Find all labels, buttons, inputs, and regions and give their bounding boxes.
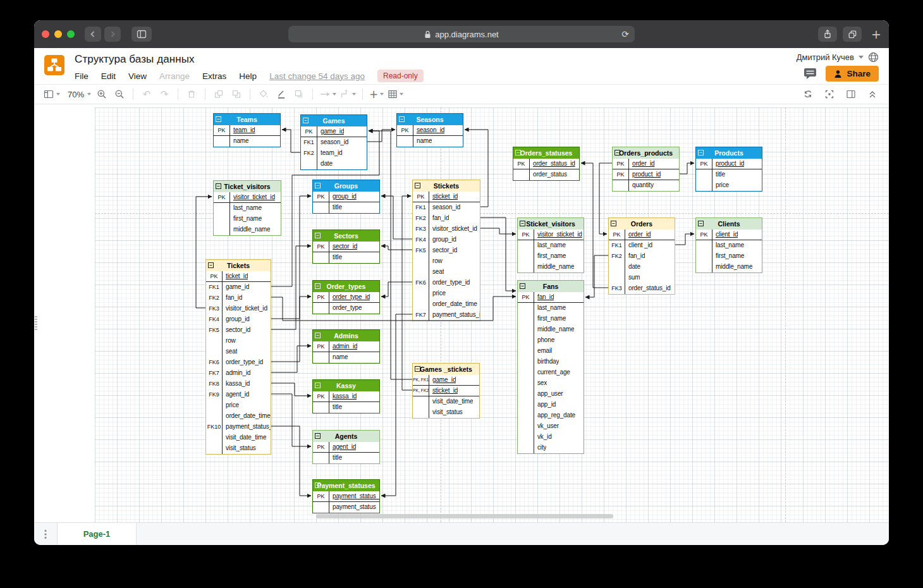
key-cell (214, 136, 230, 147)
share-sheet-button[interactable] (818, 27, 837, 42)
table-row: PKpayment_status_id (313, 491, 379, 502)
key-cell: FK1 (301, 137, 317, 148)
page-tab[interactable]: Page-1 (57, 523, 137, 545)
entity-table-title: Ticket_visitors (224, 183, 270, 190)
table-row: FK5sector_id (206, 325, 271, 336)
collapse-icon[interactable]: − (614, 150, 620, 156)
field-cell: payment_status (329, 502, 376, 513)
comment-icon[interactable] (804, 68, 817, 80)
table-row: title (313, 453, 379, 463)
connection-icon (319, 89, 331, 99)
share-button[interactable]: Share (826, 66, 879, 82)
entity-table-fans[interactable]: −FansPKfan_idlast_namefirst_namemiddle_n… (517, 280, 584, 454)
collapse-toolbar-button[interactable] (865, 87, 879, 102)
table-button[interactable] (388, 87, 403, 102)
entity-table-orders-products[interactable]: −Orders_productsPKorder_idPKproduct_idqu… (612, 147, 680, 192)
entity-table-orders-statuses[interactable]: −Orders_statusesPKorder_status_idorder_s… (513, 147, 580, 181)
menu-edit[interactable]: Edit (101, 71, 116, 81)
key-cell (413, 396, 429, 407)
tabs-overview-button[interactable] (843, 27, 862, 42)
entity-table-groups[interactable]: −GroupsPKgroup_idtitle (312, 180, 380, 214)
line-color-button[interactable] (274, 87, 288, 102)
collapse-icon[interactable]: − (698, 221, 704, 226)
back-button[interactable] (85, 27, 101, 42)
entity-table-order-types[interactable]: −Order_typesPKorder_type_idorder_type (312, 280, 380, 314)
key-cell (206, 400, 223, 411)
collapse-icon[interactable]: − (515, 150, 521, 156)
collapse-icon[interactable]: − (315, 183, 321, 188)
last-change-link[interactable]: Last change 54 days ago (269, 71, 365, 81)
entity-table-payment-statuses[interactable]: −Payment_statusesPKpayment_status_idpaym… (312, 479, 380, 513)
collapse-icon[interactable]: − (315, 482, 321, 488)
entity-table-orders[interactable]: −OrdersPKorder_idFK1client _idFK2fan_idd… (608, 217, 675, 295)
collapse-icon[interactable]: − (415, 366, 420, 372)
menu-file[interactable]: File (75, 71, 89, 81)
table-row: FK1season_id (413, 202, 480, 213)
menu-help[interactable]: Help (239, 71, 257, 81)
collapse-icon[interactable]: − (208, 262, 214, 268)
horizontal-scrollbar[interactable] (316, 514, 613, 518)
entity-table-sectors[interactable]: −SectorsPKsector_idtitle (312, 230, 380, 264)
entity-table-seasons[interactable]: −SeasonsPKseason_idname (396, 113, 463, 147)
insert-button[interactable]: + (369, 87, 384, 102)
table-row: last_name (214, 203, 281, 214)
zoom-dropdown[interactable]: 70% (64, 87, 91, 102)
reload-icon[interactable]: ⟳ (621, 29, 629, 39)
entity-table-agents[interactable]: −AgentsPKagent_idtitle (312, 430, 380, 464)
reset-view-button[interactable] (801, 87, 815, 102)
format-panel-button[interactable] (844, 87, 858, 102)
zoom-in-button[interactable] (95, 87, 109, 102)
collapse-icon[interactable]: − (415, 183, 420, 188)
minimize-window-button[interactable] (54, 30, 62, 38)
entity-table-stickets[interactable]: −SticketsPKsticket_idFK1season_idFK2fan_… (412, 180, 480, 321)
reset-view-icon (803, 89, 813, 99)
collapse-icon[interactable]: − (520, 221, 525, 226)
zoom-out-button[interactable] (113, 87, 126, 102)
entity-table-sticket-visitors[interactable]: −Sticket_visitorsPKvisitor_sticket_idlas… (517, 217, 584, 273)
new-tab-button[interactable]: + (871, 27, 881, 41)
menu-extras[interactable]: Extras (202, 71, 226, 81)
toolbar-separator (362, 89, 363, 100)
collapse-icon[interactable]: − (698, 150, 704, 156)
entity-table-admins[interactable]: −AdminsPKadmin_idname (312, 329, 380, 364)
entity-table-teams[interactable]: −TeamsPKteam_idname (213, 113, 281, 147)
user-menu[interactable]: Дмитрий Кучев (797, 52, 879, 63)
collapse-icon[interactable]: − (315, 433, 321, 439)
diagram-canvas[interactable]: −TeamsPKteam_idname−GamesPKgame_idFK1sea… (34, 104, 889, 522)
close-window-button[interactable] (42, 30, 49, 38)
menu-view[interactable]: View (128, 71, 147, 81)
pages-menu-button[interactable] (34, 523, 57, 545)
table-row: app_id (518, 400, 584, 410)
zoom-window-button[interactable] (67, 30, 75, 38)
view-panel-button[interactable] (44, 87, 60, 102)
key-cell: FK7 (206, 368, 223, 379)
key-cell: PK (313, 192, 329, 202)
entity-table-kassy[interactable]: −KassyPKkassa_idtitle (312, 379, 380, 413)
sidebar-grip[interactable] (35, 316, 37, 330)
collapse-icon[interactable]: − (216, 183, 221, 189)
entity-table-ticket-visitors[interactable]: −Ticket_visitorsPKvisitor_ticket_idlast_… (213, 180, 281, 236)
collapse-icon[interactable]: − (399, 116, 405, 122)
entity-table-header: −Fans (518, 281, 584, 292)
globe-icon[interactable] (868, 52, 879, 63)
collapse-icon[interactable]: − (216, 116, 221, 122)
collapse-icon[interactable]: − (611, 221, 616, 226)
collapse-icon[interactable]: − (315, 283, 321, 289)
collapse-icon[interactable]: − (315, 333, 321, 338)
sidebar-toggle-button[interactable] (131, 27, 152, 42)
fit-page-button[interactable] (822, 87, 836, 102)
entity-table-games-stickets[interactable]: −Games _sticketsPK, FK1game_idPK, FK2sti… (412, 363, 480, 419)
url-field[interactable]: app.diagrams.net ⟳ (288, 26, 635, 42)
entity-table-games[interactable]: −GamesPKgame_idFK1season_idFK2team_iddat… (300, 114, 367, 170)
forward-button[interactable] (104, 27, 121, 42)
collapse-icon[interactable]: − (315, 233, 321, 238)
entity-table-clients[interactable]: −ClientsPKclient_idlast_namefirst_namemi… (695, 217, 762, 273)
key-cell (696, 169, 712, 180)
collapse-icon[interactable]: − (303, 118, 309, 123)
collapse-icon[interactable]: − (315, 383, 321, 388)
entity-table-tickets[interactable]: −TicketsPKticket_idFK1game_idFK2fan_idFK… (205, 259, 271, 455)
field-cell: visitor_sticket_id (429, 224, 477, 235)
collapse-icon[interactable]: − (520, 283, 525, 289)
field-cell: last_name (534, 303, 566, 314)
entity-table-products[interactable]: −ProductsPKproduct_idtitleprice (695, 147, 762, 192)
